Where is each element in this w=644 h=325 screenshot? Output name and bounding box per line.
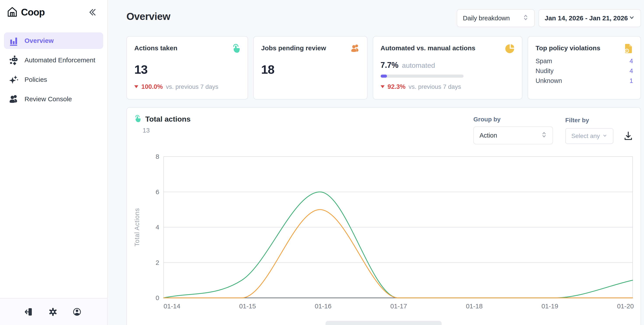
delta-down-icon xyxy=(134,85,138,88)
automation-percent: 7.7% xyxy=(380,60,398,70)
svg-text:01-17: 01-17 xyxy=(390,302,407,310)
chevron-up-down-icon xyxy=(523,14,528,23)
card-jobs-pending-review: Jobs pending review 18 xyxy=(253,36,368,100)
violation-value: 1 xyxy=(630,77,633,84)
svg-text:4: 4 xyxy=(156,224,159,231)
sidebar-item-label: Automated Enforcement xyxy=(24,56,96,64)
robot-icon xyxy=(9,55,19,65)
app-name: Coop xyxy=(21,7,44,18)
violation-value: 4 xyxy=(630,67,633,74)
total-actions-chart-card: Total actions 13 Group by Action Filter … xyxy=(126,107,641,325)
breakdown-select-value: Daily breakdown xyxy=(463,15,510,22)
automation-value-row: 7.7% automated xyxy=(380,60,515,70)
sidebar-item-label: Review Console xyxy=(24,95,72,103)
svg-text:2: 2 xyxy=(156,259,159,266)
svg-text:01-15: 01-15 xyxy=(239,302,256,310)
sidebar-item-automated-enforcement[interactable]: Automated Enforcement xyxy=(4,52,103,68)
sidebar-item-overview[interactable]: Overview xyxy=(4,32,103,49)
pie-chart-icon xyxy=(505,44,515,53)
date-range-value: Jan 14, 2026 - Jan 21, 2026 xyxy=(545,14,628,22)
violation-label: Unknown xyxy=(536,77,562,84)
svg-text:6: 6 xyxy=(156,188,159,196)
violation-row: Unknown 1 xyxy=(536,77,633,84)
svg-text:01-19: 01-19 xyxy=(542,302,558,310)
delta-value: 100.0% xyxy=(141,83,163,90)
profile-icon[interactable] xyxy=(72,308,82,316)
card-title: Top policy violations xyxy=(536,44,633,52)
svg-text:01-18: 01-18 xyxy=(466,302,483,310)
breakdown-select[interactable]: Daily breakdown xyxy=(457,9,534,27)
date-range-picker[interactable]: Jan 14, 2026 - Jan 21, 2026 xyxy=(538,9,641,27)
sidebar-item-review-console[interactable]: Review Console xyxy=(4,91,103,108)
card-title: Actions taken xyxy=(134,44,240,52)
document-alert-icon xyxy=(624,44,634,53)
people-icon xyxy=(350,44,360,53)
people-icon xyxy=(9,94,19,104)
house-logo-icon xyxy=(6,6,18,18)
stat-value: 13 xyxy=(134,62,240,76)
main-content: Overview Daily breakdown Jan 14, 2026 - … xyxy=(108,0,644,325)
delta-down-icon xyxy=(380,85,384,88)
violation-label: Nudity xyxy=(536,67,554,74)
sidebar-item-policies[interactable]: Policies xyxy=(4,71,103,88)
logout-icon[interactable] xyxy=(24,308,33,316)
card-top-policy-violations: Top policy violations Spam 4 Nudity 4 xyxy=(528,36,641,100)
sidebar-nav: Overview Automated Enforcement xyxy=(4,32,103,108)
svg-text:01-20: 01-20 xyxy=(617,302,634,310)
sidebar-footer xyxy=(0,298,107,325)
sidebar: Coop Overview xyxy=(0,0,108,325)
violation-list: Spam 4 Nudity 4 Unknown 1 xyxy=(536,58,633,84)
delta-suffix: vs. previous 7 days xyxy=(408,83,461,90)
chart-line-series-1 xyxy=(164,192,632,298)
card-automated-vs-manual: Automated vs. manual actions 7.7% automa… xyxy=(373,36,522,100)
automation-suffix: automated xyxy=(402,62,435,70)
sidebar-collapse-button[interactable] xyxy=(87,8,97,17)
svg-text:01-14: 01-14 xyxy=(164,302,180,310)
violation-label: Spam xyxy=(536,58,552,65)
card-title: Automated vs. manual actions xyxy=(380,44,515,52)
automation-progress-track xyxy=(380,74,464,78)
stat-value: 18 xyxy=(261,62,360,76)
stat-cards-row: Actions taken 13 100.0% vs. previous 7 d… xyxy=(126,36,641,100)
chart-horizontal-scrollbar-thumb[interactable] xyxy=(326,321,442,325)
svg-text:Total Actions: Total Actions xyxy=(134,208,140,246)
violation-row: Nudity 4 xyxy=(536,67,633,74)
sparkles-icon xyxy=(9,74,19,85)
settings-icon[interactable] xyxy=(48,308,57,316)
delta-row: 100.0% vs. previous 7 days xyxy=(134,83,218,90)
delta-value: 92.3% xyxy=(388,83,406,90)
app-root: { "app": { "name": "Coop" }, "sidebar": … xyxy=(0,0,644,325)
sidebar-item-label: Overview xyxy=(24,37,54,44)
card-actions-taken: Actions taken 13 100.0% vs. previous 7 d… xyxy=(126,36,248,100)
card-title: Jobs pending review xyxy=(261,44,360,52)
delta-row: 92.3% vs. previous 7 days xyxy=(380,83,461,90)
bar-chart-icon xyxy=(9,36,19,46)
svg-text:8: 8 xyxy=(156,153,159,160)
automation-progress-fill xyxy=(380,74,387,78)
svg-text:0: 0 xyxy=(156,294,159,302)
app-logo: Coop xyxy=(6,6,44,18)
tap-icon xyxy=(231,44,240,53)
total-actions-line-chart[interactable]: 0246801-1401-1501-1601-1701-1801-1901-20… xyxy=(127,108,642,325)
svg-text:01-16: 01-16 xyxy=(315,302,332,310)
page-title: Overview xyxy=(126,10,170,22)
violation-row: Spam 4 xyxy=(536,58,633,65)
delta-suffix: vs. previous 7 days xyxy=(166,83,218,90)
sidebar-item-label: Policies xyxy=(24,76,47,83)
violation-value: 4 xyxy=(630,58,633,65)
chevron-down-icon xyxy=(629,14,635,22)
chevrons-left-icon xyxy=(87,14,97,18)
